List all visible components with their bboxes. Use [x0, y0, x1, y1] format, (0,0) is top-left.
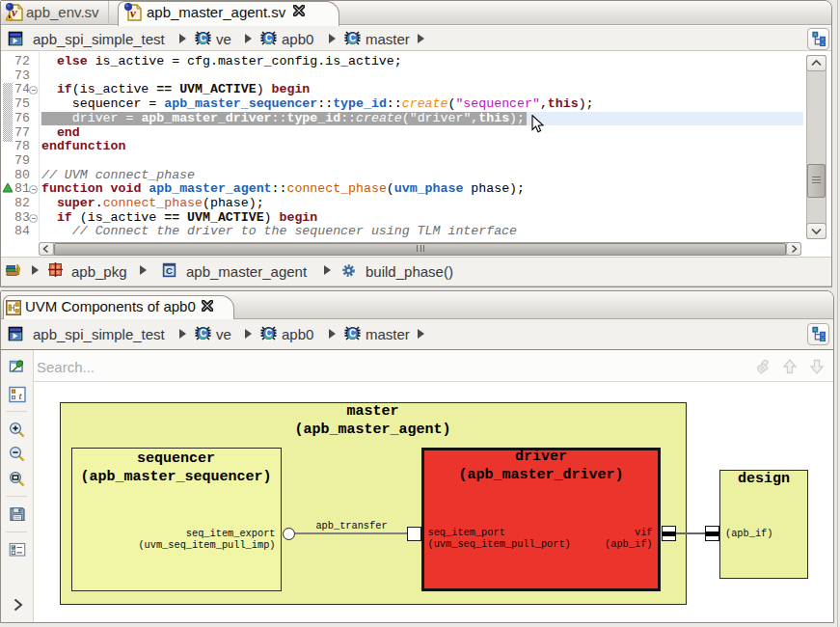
svg-text:C: C	[349, 33, 356, 43]
svg-text:C: C	[265, 328, 272, 339]
svg-text:C: C	[349, 328, 356, 339]
svg-text:C: C	[200, 328, 206, 339]
svg-text:C: C	[166, 265, 173, 276]
svg-text:C: C	[265, 33, 272, 43]
svg-text:C: C	[200, 33, 206, 43]
